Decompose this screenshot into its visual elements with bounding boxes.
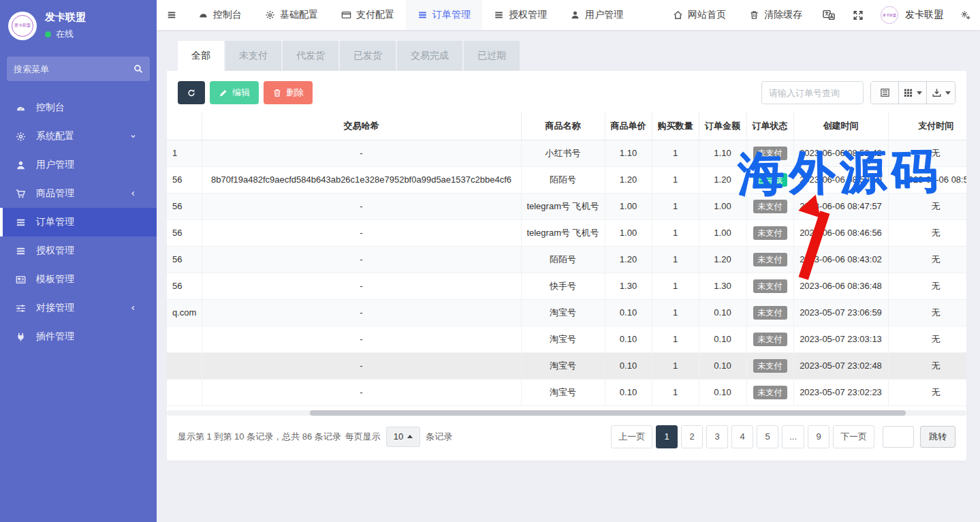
nav-item-1[interactable]: 基础配置 xyxy=(253,0,330,30)
cell-product: 快手号 xyxy=(521,273,605,299)
sidebar-item-7[interactable]: 对接管理 xyxy=(0,294,157,322)
gauge-icon xyxy=(198,10,208,20)
page-button-3[interactable]: 3 xyxy=(706,425,728,448)
tab-2[interactable]: 代发货 xyxy=(283,41,338,71)
status-badge: 未支付 xyxy=(753,306,787,320)
page-button-2[interactable]: 2 xyxy=(681,425,703,448)
cell-product: telegram号 飞机号 xyxy=(521,193,605,219)
settings-button[interactable] xyxy=(951,0,980,30)
table-row[interactable]: -淘宝号0.1010.10未支付2023-05-07 23:03:13无 xyxy=(167,326,966,352)
nav-item-label: 支付配置 xyxy=(356,9,394,21)
sidebar-search-input[interactable] xyxy=(14,64,133,74)
brand: 发卡联盟 发卡联盟 在线 xyxy=(0,0,157,50)
cell-created: 2023-06-06 08:46:56 xyxy=(793,219,888,246)
brand-logo: 发卡联盟 xyxy=(8,12,37,40)
status-badge: 未支付 xyxy=(753,253,787,266)
page-button-9[interactable]: 9 xyxy=(808,425,829,448)
nav-item-2[interactable]: 支付配置 xyxy=(330,0,406,30)
table-row[interactable]: 568b70f19a482fc9aecfd584b643ab26c1e328e7… xyxy=(167,166,966,193)
column-header-4: 购买数量 xyxy=(652,112,699,140)
gauge-icon xyxy=(15,103,27,113)
page-button-1[interactable]: 1 xyxy=(656,425,678,448)
cell-created: 2023-06-06 08:36:48 xyxy=(793,273,888,299)
sidebar-item-8[interactable]: 插件管理 xyxy=(0,322,157,351)
page-size-select[interactable]: 10 xyxy=(386,427,420,447)
column-header-2: 商品名称 xyxy=(521,112,605,140)
tab-0[interactable]: 全部 xyxy=(178,41,224,71)
prev-page-button[interactable]: 上一页 xyxy=(611,425,652,448)
cell-status: 未支付 xyxy=(746,219,793,246)
cell-created: 2023-06-06 08:47:57 xyxy=(793,193,888,219)
sidebar-search[interactable] xyxy=(7,57,150,81)
nav-item-5[interactable]: 用户管理 xyxy=(558,0,635,30)
sidebar-item-3[interactable]: 商品管理 xyxy=(0,179,157,208)
orders-table: 交易哈希商品名称商品单价购买数量订单金额订单状态创建时间支付时间 1-小红书号1… xyxy=(167,112,966,406)
sidebar-item-5[interactable]: 授权管理 xyxy=(0,236,157,265)
nav-item-0[interactable]: 控制台 xyxy=(187,0,253,30)
jump-page-input[interactable] xyxy=(883,426,914,448)
user-icon xyxy=(15,160,27,170)
sidebar-item-2[interactable]: 用户管理 xyxy=(0,151,157,179)
sidebar-item-label: 用户管理 xyxy=(36,159,74,171)
table-row[interactable]: 56-telegram号 飞机号1.0011.00未支付2023-06-06 0… xyxy=(167,193,966,219)
refresh-button[interactable] xyxy=(178,81,205,104)
cell-product: 淘宝号 xyxy=(521,379,605,405)
export-button[interactable] xyxy=(927,82,955,104)
horizontal-scrollbar xyxy=(167,410,966,416)
nav-right-link-1[interactable]: 清除缓存 xyxy=(738,0,814,30)
status-badge: 未支付 xyxy=(753,279,787,293)
nav-item-4[interactable]: 授权管理 xyxy=(482,0,558,30)
sidebar-item-0[interactable]: 控制台 xyxy=(0,93,157,122)
gear-icon xyxy=(265,10,275,20)
cell-paid: 无 xyxy=(888,273,966,299)
order-search-input[interactable] xyxy=(761,81,864,104)
sidebar-item-label: 模板管理 xyxy=(36,273,74,286)
pager-buttons: 上一页 12345...9 下一页 跳转 xyxy=(607,425,955,448)
page-button-4[interactable]: 4 xyxy=(731,425,753,448)
cell-user: 56 xyxy=(167,166,202,193)
table-row[interactable]: -淘宝号0.1010.10未支付2023-05-07 23:02:23无 xyxy=(167,379,966,405)
sidebar-item-label: 对接管理 xyxy=(36,302,74,314)
bars-icon xyxy=(15,246,27,256)
edit-button[interactable]: 编辑 xyxy=(210,81,259,104)
table-row[interactable]: q.com-淘宝号0.1010.10未支付2023-05-07 23:06:59… xyxy=(167,299,966,326)
sidebar-item-4[interactable]: 订单管理 xyxy=(0,208,157,236)
sidebar-item-label: 插件管理 xyxy=(36,331,74,343)
cell-status: 已完成 xyxy=(746,166,793,193)
table-row[interactable]: 56-陌陌号1.2011.20未支付2023-06-06 08:43:02无 xyxy=(167,246,966,273)
status-badge: 未支付 xyxy=(753,359,787,373)
table-row[interactable]: 56-快手号1.3011.30未支付2023-06-06 08:36:48无 xyxy=(167,273,966,299)
user-menu[interactable]: 发卡联盟 发卡联盟 xyxy=(872,0,951,30)
sidebar-toggle-button[interactable] xyxy=(157,0,187,30)
cell-paid: 2023-06-06 08:5 xyxy=(888,166,966,193)
tab-1[interactable]: 未支付 xyxy=(225,41,281,71)
table-row[interactable]: -淘宝号0.1010.10未支付2023-05-07 23:02:48无 xyxy=(167,352,966,379)
tab-4[interactable]: 交易完成 xyxy=(397,41,462,71)
detail-view-button[interactable] xyxy=(871,82,899,104)
search-icon[interactable] xyxy=(133,64,143,74)
sidebar-item-6[interactable]: 模板管理 xyxy=(0,265,157,294)
horizontal-scrollbar-thumb[interactable] xyxy=(310,410,906,416)
cell-hash: - xyxy=(202,299,521,326)
cell-user: 56 xyxy=(167,273,202,299)
nav-right-link-label: 清除缓存 xyxy=(764,9,802,21)
table-row[interactable]: 56-telegram号 飞机号1.0011.00未支付2023-06-06 0… xyxy=(167,219,966,246)
column-header-8: 支付时间 xyxy=(888,112,966,140)
sidebar-item-1[interactable]: 系统配置 xyxy=(0,122,157,151)
translate-button[interactable] xyxy=(814,0,844,30)
nav-item-3[interactable]: 订单管理 xyxy=(406,0,482,30)
columns-button[interactable] xyxy=(899,82,927,104)
fullscreen-button[interactable] xyxy=(844,0,872,30)
nav-item-label: 授权管理 xyxy=(509,9,547,21)
nav-right-link-0[interactable]: 网站首页 xyxy=(661,0,738,30)
bars-icon xyxy=(15,217,27,228)
page-button-5[interactable]: 5 xyxy=(757,425,778,448)
tab-5[interactable]: 已过期 xyxy=(464,41,520,71)
delete-button[interactable]: 删除 xyxy=(264,81,313,104)
bars-icon xyxy=(494,10,504,20)
tab-3[interactable]: 已发货 xyxy=(340,41,396,71)
next-page-button[interactable]: 下一页 xyxy=(833,425,874,448)
sidebar: 发卡联盟 发卡联盟 在线 控制台系统配置用户管理商品管理订单管理授权管理模板管理… xyxy=(0,0,157,522)
table-row[interactable]: 1-小红书号1.1011.10未支付2023-06-06 08:53:42无 xyxy=(167,140,966,166)
jump-button[interactable]: 跳转 xyxy=(920,426,955,448)
